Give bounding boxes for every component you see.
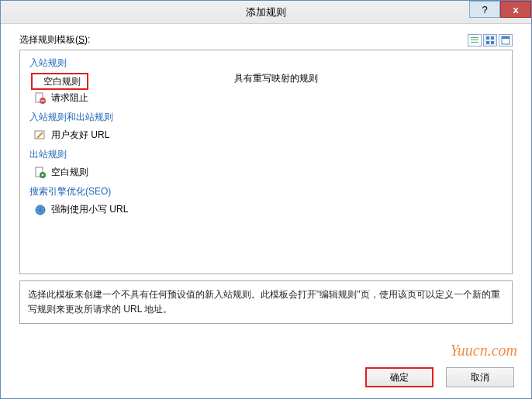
cancel-button[interactable]: 取消 [446,367,514,387]
item-outbound-blank[interactable]: 空白规则 [26,164,506,181]
dialog: 添加规则 ? x 选择规则模板(S): 入站规则 空白规则 [0,0,532,399]
item-label: 强制使用小写 URL [51,203,128,216]
category-both: 入站规则和出站规则 [29,111,506,124]
svg-rect-4 [491,36,494,40]
item-label: 空白规则 [51,166,88,179]
view-toggles [468,34,513,46]
item-inbound-rewrite-map[interactable]: 具有重写映射的规则 [230,72,318,85]
category-seo: 搜索引擎优化(SEO) [29,185,506,198]
globe-icon [34,204,47,216]
page-add-icon [34,167,47,179]
item-label: 空白规则 [43,75,81,88]
svg-rect-21 [42,174,43,176]
category-inbound: 入站规则 [29,57,506,70]
template-list[interactable]: 入站规则 空白规则 请求阻止 具有重写映射的规则 入站规则和出站规则 用户友好 … [19,50,513,274]
content-area: 选择规则模板(S): 入站规则 空白规则 请求阻止 [1,24,531,324]
view-details-icon[interactable] [499,34,513,46]
svg-rect-1 [471,40,478,40]
svg-rect-8 [502,36,510,39]
help-button[interactable]: ? [469,1,500,18]
description-box: 选择此模板来创建一个不具有任何预设值的新入站规则。此模板会打开"编辑规则"页，使… [19,280,513,324]
template-label: 选择规则模板(S): [19,33,90,46]
template-label-row: 选择规则模板(S): [19,33,513,46]
pencil-icon [34,129,47,142]
svg-rect-3 [486,36,489,40]
block-icon [34,92,47,105]
svg-rect-6 [491,41,494,44]
svg-rect-15 [41,100,45,101]
view-list-icon[interactable] [468,34,482,46]
svg-rect-5 [486,41,489,44]
item-inbound-block[interactable]: 请求阻止 [26,90,506,106]
item-friendly-url[interactable]: 用户友好 URL [26,127,506,143]
dialog-buttons: 确定 取消 [365,367,514,387]
window-title: 添加规则 [1,5,531,19]
category-outbound: 出站规则 [29,148,506,161]
titlebar-buttons: ? x [469,1,531,18]
svg-rect-0 [471,37,478,38]
titlebar: 添加规则 ? x [1,1,531,24]
close-button[interactable]: x [500,1,531,18]
view-tiles-icon[interactable] [483,34,497,46]
svg-rect-2 [471,42,478,43]
item-label: 请求阻止 [51,91,88,105]
watermark: Yuucn.com [451,342,517,359]
description-text: 选择此模板来创建一个不具有任何预设值的新入站规则。此模板会打开"编辑规则"页，使… [28,289,500,315]
item-seo-lowercase[interactable]: 强制使用小写 URL [26,201,506,218]
item-label: 具有重写映射的规则 [234,72,318,85]
item-label: 用户友好 URL [51,129,109,142]
item-inbound-blank[interactable]: 空白规则 [31,73,88,90]
ok-button[interactable]: 确定 [365,367,434,387]
